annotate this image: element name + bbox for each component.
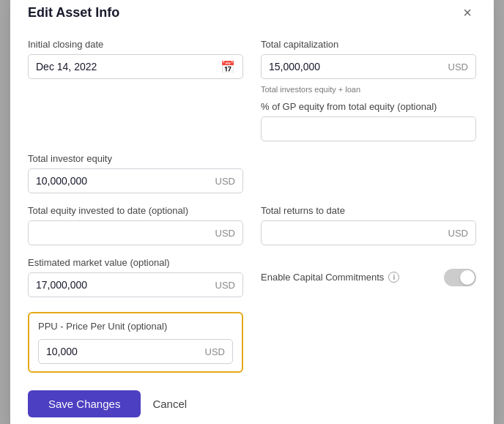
total-capitalization-group: Total capitalization USD Total investors… <box>261 39 476 141</box>
estimated-market-value-currency: USD <box>208 280 242 291</box>
gp-equity-wrapper <box>261 116 476 141</box>
ppu-input[interactable] <box>39 340 198 363</box>
empty-spacer <box>261 153 476 193</box>
save-changes-button[interactable]: Save Changes <box>28 390 141 417</box>
total-capitalization-wrapper: USD <box>261 54 476 79</box>
total-returns-wrapper: USD <box>261 220 476 245</box>
total-returns-input[interactable] <box>262 221 441 245</box>
total-returns-currency: USD <box>441 228 475 239</box>
total-equity-invested-currency: USD <box>208 228 242 239</box>
capital-commitments-info-icon[interactable]: i <box>388 272 399 283</box>
estimated-market-value-group: Estimated market value (optional) USD <box>28 257 243 297</box>
capital-commitments-row: Enable Capital Commitments i <box>261 269 476 286</box>
total-investor-equity-label: Total investor equity <box>28 153 243 164</box>
gp-equity-input[interactable] <box>262 117 475 141</box>
total-returns-label: Total returns to date <box>261 205 476 216</box>
initial-closing-date-input[interactable] <box>29 55 213 78</box>
total-investor-equity-wrapper: USD <box>28 168 243 193</box>
ppu-group: PPU - Price Per Unit (optional) USD <box>28 312 243 373</box>
initial-closing-date-wrapper: 📅 <box>28 54 243 79</box>
close-button[interactable]: × <box>459 4 476 21</box>
estimated-market-value-input[interactable] <box>29 273 208 297</box>
total-investor-equity-input[interactable] <box>29 169 208 193</box>
capital-commitments-toggle[interactable] <box>444 269 476 286</box>
total-equity-invested-group: Total equity invested to date (optional)… <box>28 205 243 245</box>
ppu-right-spacer <box>261 309 476 373</box>
calendar-icon[interactable]: 📅 <box>213 60 242 74</box>
ppu-currency: USD <box>198 346 232 357</box>
modal-title: Edit Asset Info <box>28 5 119 21</box>
form-grid: Initial closing date 📅 Total capitalizat… <box>28 39 476 373</box>
total-investor-equity-group: Total investor equity USD <box>28 153 243 193</box>
total-investor-equity-currency: USD <box>208 176 242 187</box>
total-returns-group: Total returns to date USD <box>261 205 476 245</box>
total-equity-invested-wrapper: USD <box>28 220 243 245</box>
total-capitalization-currency: USD <box>441 62 475 72</box>
capital-commitments-label: Enable Capital Commitments i <box>261 272 399 283</box>
gp-equity-label: % of GP equity from total equity (option… <box>261 101 476 112</box>
total-capitalization-input[interactable] <box>262 55 441 78</box>
form-actions: Save Changes Cancel <box>28 390 476 417</box>
estimated-market-value-wrapper: USD <box>28 272 243 297</box>
initial-closing-date-group: Initial closing date 📅 <box>28 39 243 141</box>
estimated-market-value-label: Estimated market value (optional) <box>28 257 243 268</box>
total-capitalization-helper: Total investors equity + loan <box>261 85 476 94</box>
cancel-button[interactable]: Cancel <box>152 390 187 417</box>
initial-closing-date-label: Initial closing date <box>28 39 243 50</box>
edit-asset-modal: Edit Asset Info × Initial closing date 📅… <box>10 0 494 424</box>
total-capitalization-label: Total capitalization <box>261 39 476 50</box>
enable-capital-commitments-group: Enable Capital Commitments i <box>261 257 476 297</box>
total-equity-invested-label: Total equity invested to date (optional) <box>28 205 243 216</box>
modal-header: Edit Asset Info × <box>28 4 476 21</box>
ppu-label: PPU - Price Per Unit (optional) <box>38 321 233 332</box>
total-equity-invested-input[interactable] <box>29 221 208 245</box>
